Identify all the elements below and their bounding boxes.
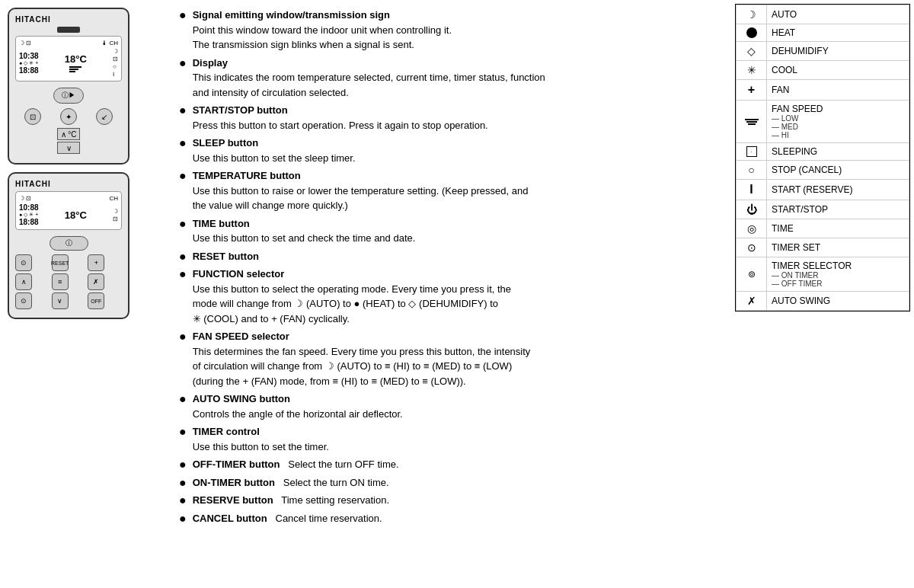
r2-btn-4[interactable]: ∧ — [15, 273, 32, 290]
remote-1: HITACHI ☽ ⊡ 🌡 CH 10:38 ●◇✳+ 1 — [8, 8, 129, 165]
legend-icon-auto-swing: ✗ — [737, 292, 767, 311]
bullet-start-stop-content: START/STOP button Press this button to s… — [193, 103, 720, 133]
remote2-display: ☽ ⊡ CH 10:88 ●◇✳+ 18:88 18°C ☽⊡ — [15, 191, 122, 230]
r2-swing-button[interactable]: ✗ — [88, 273, 104, 290]
legend-icon-sleeping: · — [737, 143, 767, 161]
bullet-function-title: FUNCTION selector — [193, 268, 285, 280]
bullet-dot-12: ● — [179, 457, 187, 471]
display-right-icons: ☽⊡○I — [113, 48, 118, 78]
legend-row-auto-swing: ✗ AUTO SWING — [737, 292, 909, 311]
display-time1: 10:38 — [19, 52, 39, 60]
legend-row-timer-set: ⊙ TIMER SET — [737, 238, 909, 257]
bullet-on-timer-title: ON-TIMER button — [193, 477, 275, 488]
legend-row-fan: + FAN — [737, 80, 909, 101]
r2-display-time2: 18:88 — [19, 218, 39, 226]
bullet-dot: ● — [179, 8, 187, 22]
legend-label-cool: COOL — [767, 61, 909, 80]
r2-btn-8[interactable]: ∨ — [52, 292, 69, 309]
temp-down-button[interactable]: ∨ — [57, 142, 80, 154]
bullet-dot-15: ● — [179, 511, 187, 526]
bullet-dot-5: ● — [179, 168, 187, 183]
bullet-temperature-content: TEMPERATURE button Use this button to ra… — [193, 168, 720, 213]
r2-fan-button[interactable]: ≡ — [52, 273, 69, 290]
swing-button[interactable]: ↙ — [96, 108, 113, 125]
bullet-dot-4: ● — [179, 136, 187, 150]
bullet-cancel: ● CANCEL button Cancel time reservation. — [179, 511, 720, 526]
bullet-dot-9: ● — [179, 329, 187, 344]
bullet-reserve: ● RESERVE button Time setting reservatio… — [179, 493, 720, 508]
legend-icon-fan-speed — [737, 101, 767, 143]
bullet-signal-title: Signal emitting window/transmission sign — [193, 9, 390, 21]
bullet-on-timer-inline: Select the turn ON time. — [278, 477, 389, 488]
bullet-fan-speed-desc: This determines the fan speed. Every tim… — [193, 346, 531, 387]
remote2-brand: HITACHI — [15, 180, 122, 188]
bullet-time-content: TIME button Use this button to set and c… — [193, 216, 720, 246]
bullet-time: ● TIME button Use this button to set and… — [179, 216, 720, 246]
remote-controls-panel: HITACHI ☽ ⊡ 🌡 CH 10:38 ●◇✳+ 1 — [0, 0, 168, 588]
bullet-dot-2: ● — [179, 56, 187, 70]
bullet-display-desc: This indicates the room temperature sele… — [193, 72, 545, 98]
legend-label-dehumidify: DEHUMIDIFY — [767, 42, 909, 61]
bullet-sleep-content: SLEEP button Use this button to set the … — [193, 136, 720, 165]
r2-display-ch: CH — [109, 195, 118, 202]
legend-row-fan-speed: FAN SPEED — LOW— MED— HI — [737, 101, 909, 143]
r2-display-temp: 18°C — [65, 209, 87, 221]
legend-icon-timer-sel: ⊚ — [737, 257, 767, 292]
bullet-sleep-desc: Use this button to set the sleep timer. — [193, 152, 356, 164]
r2-display-right-icons: ☽⊡ — [113, 208, 118, 222]
descriptions-panel: ● Signal emitting window/transmission si… — [168, 0, 731, 588]
legend-label-start: START (RESERVE) — [767, 180, 909, 200]
bullet-on-timer: ● ON-TIMER button Select the turn ON tim… — [179, 475, 720, 491]
legend-panel: ☽ AUTO HEAT ◇ DEHUMIDIFY ✳ COOL + FAN — [735, 4, 910, 312]
r2-off-button[interactable]: OFF — [88, 292, 104, 309]
display-ch: CH — [109, 40, 118, 46]
bullet-off-timer-content: OFF-TIMER button Select the turn OFF tim… — [193, 457, 720, 472]
info-button[interactable]: ⓘ▶ — [53, 88, 84, 104]
bullet-display: ● Display This indicates the room temper… — [179, 56, 720, 101]
legend-row-sleeping: · SLEEPING — [737, 143, 909, 161]
legend-label-timer-sel: TIMER SELECTOR — ON TIMER— OFF TIMER — [767, 257, 909, 292]
bullet-start-stop-title: START/STOP button — [193, 104, 288, 116]
bullet-time-title: TIME button — [193, 218, 250, 229]
legend-label-time: TIME — [767, 219, 909, 238]
legend-icon-fan: + — [737, 80, 767, 101]
r2-reset-button[interactable]: RESET — [52, 254, 69, 271]
bullet-timer-title: TIMER control — [193, 426, 260, 437]
bullet-cancel-inline: Cancel time reservation. — [270, 513, 382, 524]
r2-info-button[interactable]: ⓘ — [50, 236, 88, 251]
bullet-auto-swing: ● AUTO SWING button Controls the angle o… — [179, 391, 720, 421]
stop-button[interactable]: ⊡ — [24, 108, 41, 125]
bullet-dot-6: ● — [179, 216, 187, 231]
r2-btn-3[interactable]: + — [88, 254, 104, 271]
bullet-auto-swing-title: AUTO SWING button — [193, 393, 290, 404]
bullet-cancel-title: CANCEL button — [193, 513, 267, 524]
bullet-function-desc: Use this button to select the operating … — [193, 283, 511, 324]
r2-btn-1[interactable]: ⊙ — [15, 254, 32, 271]
legend-icon-timer-set: ⊙ — [737, 238, 767, 257]
bullet-fan-speed-content: FAN SPEED selector This determines the f… — [193, 329, 720, 388]
bullet-signal-content: Signal emitting window/transmission sign… — [193, 8, 720, 53]
temp-up-button[interactable]: ∧ °C — [57, 128, 80, 140]
bullet-auto-swing-content: AUTO SWING button Controls the angle of … — [193, 391, 720, 421]
legend-icon-start-stop: ⏻ — [737, 200, 767, 219]
legend-label-heat: HEAT — [767, 24, 909, 42]
legend-label-fan-speed: FAN SPEED — LOW— MED— HI — [767, 101, 909, 143]
bullet-reset-content: RESET button — [193, 249, 720, 264]
legend-label-sleeping: SLEEPING — [767, 143, 909, 161]
bullet-sleep-title: SLEEP button — [193, 137, 258, 149]
bullet-time-desc: Use this button to set and check the tim… — [193, 232, 416, 244]
bullet-dot-3: ● — [179, 103, 187, 117]
bullet-display-content: Display This indicates the room temperat… — [193, 56, 720, 101]
bullet-on-timer-content: ON-TIMER button Select the turn ON time. — [193, 475, 720, 491]
bullet-temperature: ● TEMPERATURE button Use this button to … — [179, 168, 720, 213]
bullet-dot-11: ● — [179, 424, 187, 439]
bullet-function: ● FUNCTION selector Use this button to s… — [179, 267, 720, 326]
legend-fan-speed-sub: — LOW— MED— HI — [772, 114, 904, 139]
legend-label-start-stop: START/STOP — [767, 200, 909, 219]
bullet-dot-8: ● — [179, 267, 187, 281]
function-button[interactable]: ✦ — [60, 108, 77, 125]
legend-row-timer-sel: ⊚ TIMER SELECTOR — ON TIMER— OFF TIMER — [737, 257, 909, 292]
legend-label-auto-swing: AUTO SWING — [767, 292, 909, 311]
bullet-temperature-title: TEMPERATURE button — [193, 170, 301, 181]
r2-btn-7[interactable]: ⊙ — [15, 292, 32, 309]
